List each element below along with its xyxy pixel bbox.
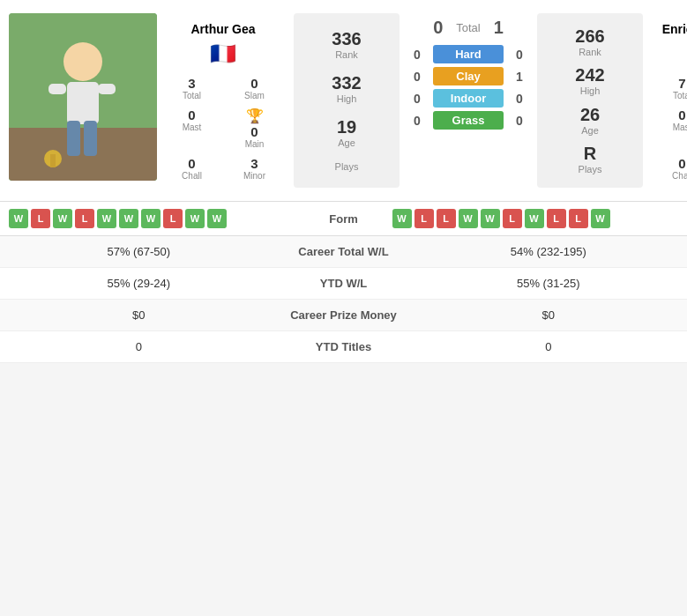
match-center: 0 Total 1 0 Hard 0 0 Clay 1 0 Indoor 0 0 <box>404 13 533 188</box>
left-minor-cell: 3 Minor <box>224 153 285 183</box>
left-form-badge-5: W <box>119 209 138 228</box>
ytd-titles-row: 0 YTD Titles 0 <box>0 331 687 363</box>
svg-rect-6 <box>49 84 66 94</box>
clay-row: 0 Clay 1 <box>408 67 528 85</box>
left-form-badge-3: L <box>75 209 94 228</box>
top-section: Arthur Gea 🇫🇷 3 Total 0 Slam 0 Mast 🏆 0 … <box>0 0 687 202</box>
left-main-value: 0 <box>250 124 258 139</box>
right-player-name: Enrico Dalla Valle <box>662 22 687 36</box>
left-form: WLWLWWWLWW <box>9 209 295 228</box>
right-plays-label: Plays <box>579 164 602 174</box>
svg-rect-4 <box>67 121 80 156</box>
left-form-badge-6: W <box>141 209 161 228</box>
right-form-badge-1: L <box>414 209 434 228</box>
career-wl-row: 57% (67-50) Career Total W/L 54% (232-19… <box>0 236 687 268</box>
clay-badge: Clay <box>433 67 504 85</box>
career-prize-right: $0 <box>423 308 675 322</box>
career-prize-row: $0 Career Prize Money $0 <box>0 300 687 331</box>
right-form-badge-6: W <box>525 209 544 228</box>
clay-score-right: 1 <box>511 70 528 84</box>
indoor-badge: Indoor <box>433 89 504 108</box>
left-slam-value: 0 <box>250 76 258 91</box>
right-form-badge-0: W <box>392 209 412 228</box>
svg-rect-3 <box>67 82 99 124</box>
left-chall-value: 0 <box>188 156 195 171</box>
ytd-titles-label: YTD Titles <box>265 340 423 353</box>
left-chall-cell: 0 Chall <box>161 153 222 183</box>
ytd-titles-left: 0 <box>13 340 265 353</box>
left-age-block: 19 Age <box>337 117 356 148</box>
right-total-label: Total <box>673 91 687 100</box>
hard-score-left: 0 <box>408 48 426 62</box>
svg-rect-5 <box>84 121 97 156</box>
right-mast-cell: 0 Mast <box>652 105 687 152</box>
left-main-label: Main <box>245 139 265 149</box>
right-plays-block: R Plays <box>579 144 602 174</box>
left-player-flag: 🇫🇷 <box>210 41 236 66</box>
svg-rect-1 <box>9 128 157 181</box>
left-form-badge-8: W <box>185 209 205 228</box>
career-wl-left: 57% (67-50) <box>13 245 265 258</box>
left-mast-value: 0 <box>188 108 195 122</box>
right-form-badge-5: L <box>503 209 522 228</box>
left-form-badge-7: L <box>163 209 183 228</box>
left-mast-label: Mast <box>183 122 202 132</box>
left-slam-cell: 0 Slam <box>224 73 285 103</box>
left-player-photo <box>9 13 157 181</box>
right-total-value: 7 <box>678 76 685 91</box>
right-total-cell: 7 Total <box>652 73 687 103</box>
left-stats-grid: 3 Total 0 Slam 0 Mast 🏆 0 Main 0 Chall 3 <box>161 73 285 183</box>
left-form-badge-0: W <box>9 209 28 228</box>
right-age-value: 26 <box>580 105 600 125</box>
right-form-badge-8: L <box>569 209 588 228</box>
right-rank-label: Rank <box>575 47 604 57</box>
surface-rows: 0 Hard 0 0 Clay 1 0 Indoor 0 0 Grass 0 <box>408 45 528 133</box>
total-score-right: 1 <box>494 18 504 38</box>
career-prize-left: $0 <box>13 308 265 322</box>
left-total-label: Total <box>183 91 201 100</box>
left-photo-placeholder <box>9 13 157 181</box>
right-chall-label: Chall <box>672 171 687 181</box>
ytd-wl-row: 55% (29-24) YTD W/L 55% (31-25) <box>0 268 687 300</box>
ytd-wl-left: 55% (29-24) <box>13 277 265 290</box>
left-age-value: 19 <box>337 117 356 137</box>
left-trophy-icon: 🏆 <box>246 108 264 124</box>
left-total-value: 3 <box>188 76 195 91</box>
right-plays-value: R <box>579 144 602 164</box>
right-chall-cell: 0 Chall <box>652 153 687 183</box>
left-trophy-cell: 🏆 0 Main <box>224 105 285 152</box>
grass-score-right: 0 <box>511 114 528 128</box>
grass-score-left: 0 <box>408 114 426 128</box>
indoor-score-left: 0 <box>408 92 426 106</box>
left-rank-value: 336 <box>332 29 361 49</box>
left-minor-label: Minor <box>243 171 265 181</box>
right-rank-value: 266 <box>575 26 604 47</box>
left-age-label: Age <box>337 137 356 148</box>
left-high-label: High <box>332 93 361 104</box>
right-high-block: 242 High <box>575 65 604 96</box>
left-mast-cell: 0 Mast <box>161 105 222 152</box>
left-high-value: 332 <box>332 73 361 93</box>
career-wl-label: Career Total W/L <box>265 245 423 258</box>
right-high-value: 242 <box>575 65 604 85</box>
left-plays-label: Plays <box>335 161 359 172</box>
grass-badge: Grass <box>433 111 504 130</box>
right-form-badge-3: W <box>459 209 478 228</box>
form-label: Form <box>300 212 388 226</box>
right-center-stats: 266 Rank 242 High 26 Age R Plays <box>537 13 643 188</box>
left-center-stats: 336 Rank 332 High 19 Age Plays <box>294 13 400 188</box>
right-age-label: Age <box>580 125 600 136</box>
left-slam-label: Slam <box>244 91 265 100</box>
right-chall-value: 0 <box>678 156 685 171</box>
right-stats-grid: 7 Total 0 Slam 0 Mast 🏆 0 Main 0 Chall 7 <box>652 73 687 183</box>
left-rank-block: 336 Rank <box>332 29 361 60</box>
career-prize-label: Career Prize Money <box>265 308 423 322</box>
total-score-left: 0 <box>433 18 443 38</box>
right-form-badge-4: W <box>481 209 500 228</box>
ytd-wl-label: YTD W/L <box>265 277 423 290</box>
right-form: WLLWWLWLLW <box>392 209 679 228</box>
left-chall-label: Chall <box>182 171 202 181</box>
left-form-badge-2: W <box>53 209 72 228</box>
stats-table: 57% (67-50) Career Total W/L 54% (232-19… <box>0 236 687 363</box>
right-form-badge-7: L <box>547 209 566 228</box>
